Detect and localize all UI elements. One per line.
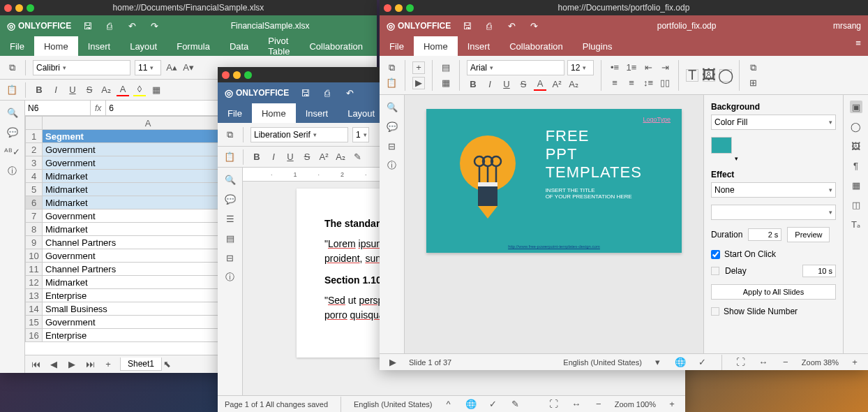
shape-icon[interactable]: ◯	[719, 69, 732, 82]
tab-home[interactable]: Home	[34, 36, 78, 56]
comments-icon[interactable]: 💬	[224, 193, 237, 205]
tab-collab[interactable]: Collaboration	[500, 36, 573, 56]
font-select[interactable]: Calibri	[33, 60, 130, 75]
layout2-icon[interactable]: ▦	[440, 77, 452, 89]
align-center-icon[interactable]: ≡	[625, 77, 638, 89]
track-icon[interactable]: ✎	[509, 398, 522, 411]
highlight-icon[interactable]: ✎	[351, 151, 364, 163]
redo-icon[interactable]: ↷	[527, 20, 540, 32]
tab-insert[interactable]: Insert	[296, 103, 338, 123]
comments-icon[interactable]: 💬	[386, 120, 398, 133]
image-settings-icon[interactable]: 🖼	[850, 140, 862, 152]
menu-icon[interactable]: ≡	[855, 36, 868, 49]
fit-icon[interactable]: ⛶	[548, 398, 560, 411]
globe-icon[interactable]: 🌐	[674, 356, 687, 369]
start-on-click-checkbox[interactable]	[711, 250, 720, 259]
strike-icon[interactable]: S	[83, 84, 96, 96]
row-header[interactable]: 13	[26, 289, 43, 302]
lang-info[interactable]: English (United States)	[354, 400, 433, 409]
spellcheck-icon[interactable]: ᴬᴮ✓	[6, 145, 19, 158]
minimize-icon[interactable]	[233, 71, 241, 79]
indent-dec-icon[interactable]: ⇤	[642, 61, 654, 74]
delay-input[interactable]	[802, 265, 836, 277]
bullet-icon[interactable]: •≡	[608, 61, 621, 74]
sheet-add-icon[interactable]: +	[102, 358, 114, 371]
subscript-icon[interactable]: A₂	[334, 151, 347, 163]
impress-titlebar[interactable]: home://Documents/portfolio_fix.odp	[380, 0, 868, 15]
excel-titlebar[interactable]: home://Documents/FinancialSample.xlsx	[0, 0, 377, 15]
bold-icon[interactable]: B	[250, 151, 263, 163]
info-icon[interactable]: ⓘ	[386, 159, 398, 172]
lang-info[interactable]: English (United States)	[563, 358, 642, 367]
sheet-last-icon[interactable]: ⏭	[84, 358, 96, 371]
font-select[interactable]: Arial	[467, 60, 564, 75]
maximize-icon[interactable]	[27, 4, 34, 12]
close-icon[interactable]	[384, 4, 391, 12]
paste-icon[interactable]: 📋	[385, 77, 398, 89]
tab-insert[interactable]: Insert	[458, 36, 500, 56]
play-icon[interactable]: ▶	[387, 356, 399, 369]
columns-icon[interactable]: ▯▯	[659, 77, 671, 89]
save-icon[interactable]: 🖫	[81, 20, 93, 32]
row-header[interactable]: 8	[26, 223, 43, 236]
chat-icon[interactable]: ⊟	[386, 140, 398, 152]
play-icon[interactable]: ▶	[412, 77, 425, 89]
preview-button[interactable]: Preview	[787, 227, 830, 242]
duration-input[interactable]	[748, 228, 781, 241]
tab-home[interactable]: Home	[252, 103, 296, 123]
color-swatch[interactable]	[711, 137, 732, 154]
spellcheck-icon[interactable]: ✓	[487, 398, 500, 411]
zoom-out-icon[interactable]: −	[779, 356, 792, 369]
zoom-label[interactable]: Zoom 100%	[615, 400, 656, 409]
subscript-icon[interactable]: A₂	[100, 84, 112, 96]
italic-icon[interactable]: I	[267, 151, 280, 163]
italic-icon[interactable]: I	[50, 84, 62, 96]
user-label[interactable]: mrsang	[833, 21, 861, 31]
chart-icon[interactable]: ◫	[850, 198, 862, 211]
save-icon[interactable]: 🖫	[461, 20, 473, 32]
fillcolor-icon[interactable]: ◊	[133, 84, 146, 96]
fontsize-select[interactable]: 1	[352, 127, 369, 142]
align-left-icon[interactable]: ≡	[608, 77, 621, 89]
font-dec-icon[interactable]: A▾	[182, 61, 195, 74]
name-box[interactable]	[25, 101, 91, 115]
copy-icon[interactable]: ⧉	[223, 128, 236, 141]
search-icon[interactable]: 🔍	[386, 101, 398, 113]
indent-inc-icon[interactable]: ⇥	[659, 61, 671, 74]
underline-icon[interactable]: U	[66, 84, 79, 96]
row-header[interactable]: 11	[26, 263, 43, 276]
layout-icon[interactable]: ▤	[440, 61, 452, 74]
image-icon[interactable]: 🖼	[703, 69, 715, 82]
close-icon[interactable]	[222, 71, 230, 79]
tab-data[interactable]: Data	[220, 36, 258, 56]
sheet-next-icon[interactable]: ▶	[66, 358, 78, 371]
search-icon[interactable]: 🔍	[6, 106, 19, 119]
fontsize-select[interactable]: 12	[567, 60, 594, 75]
paste-icon[interactable]: 📋	[6, 84, 18, 96]
save-icon[interactable]: 🖫	[299, 87, 311, 99]
close-icon[interactable]	[4, 4, 12, 12]
logotype[interactable]: LogoType	[643, 116, 671, 123]
slide-text[interactable]: FREE PPT TEMPLATES INSERT THE TITLE OF Y…	[546, 127, 664, 235]
minimize-icon[interactable]	[395, 4, 403, 12]
print-icon[interactable]: ⎙	[483, 20, 495, 32]
tab-collab[interactable]: Collaboration	[299, 36, 373, 56]
fit-icon[interactable]: ⛶	[735, 356, 747, 369]
fit-width-icon[interactable]: ↔	[570, 398, 583, 411]
tab-formula[interactable]: Formula	[167, 36, 220, 56]
textbox-icon[interactable]: T	[686, 69, 698, 82]
row-header[interactable]: 12	[26, 276, 43, 289]
fontcolor-icon[interactable]: A	[117, 84, 129, 96]
row-header[interactable]: 1	[26, 130, 43, 143]
row-header[interactable]: 4	[26, 170, 43, 183]
copy-icon[interactable]: ⧉	[385, 61, 398, 74]
zoom-in-icon[interactable]: +	[848, 356, 861, 369]
fontcolor-icon[interactable]: A	[534, 78, 546, 91]
bold-icon[interactable]: B	[33, 84, 45, 96]
feedback-icon[interactable]: ⊟	[224, 251, 237, 264]
zoom-label[interactable]: Zoom 38%	[802, 358, 839, 367]
row-header[interactable]: 5	[26, 183, 43, 196]
slide-view[interactable]: LogoType FR	[405, 95, 703, 353]
undo-icon[interactable]: ↶	[505, 20, 518, 32]
print-icon[interactable]: ⎙	[321, 87, 334, 99]
